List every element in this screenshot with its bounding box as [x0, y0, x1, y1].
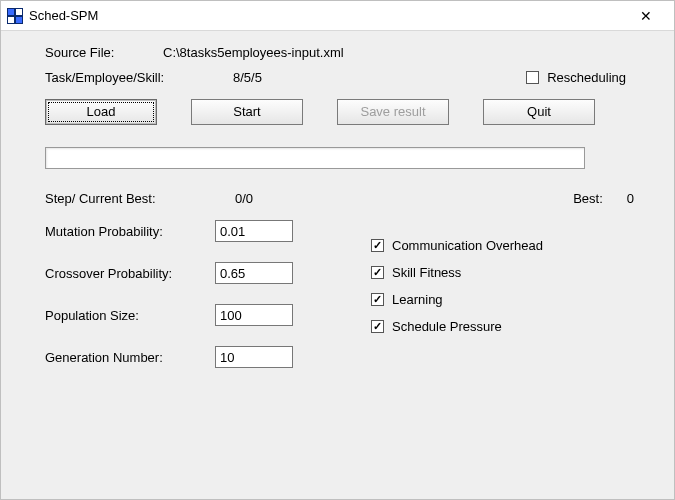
quit-button[interactable]: Quit [483, 99, 595, 125]
params-area: Mutation Probability: Crossover Probabil… [45, 220, 654, 368]
crossover-label: Crossover Probability: [45, 266, 215, 281]
schedule-pressure-checkbox[interactable] [371, 320, 384, 333]
best-label: Best: [573, 191, 603, 206]
skill-fitness-option[interactable]: Skill Fitness [371, 265, 543, 280]
tes-label: Task/Employee/Skill: [45, 70, 233, 85]
source-file-value: C:\8tasks5employees-input.xml [163, 45, 344, 60]
best-value: 0 [627, 191, 634, 206]
schedule-pressure-option[interactable]: Schedule Pressure [371, 319, 543, 334]
rescheduling-label: Rescheduling [547, 70, 626, 85]
population-row: Population Size: [45, 304, 293, 326]
app-window: Sched-SPM ✕ Source File: C:\8tasks5emplo… [0, 0, 675, 500]
load-button[interactable]: Load [45, 99, 157, 125]
comm-overhead-option[interactable]: Communication Overhead [371, 238, 543, 253]
task-employee-skill-row: Task/Employee/Skill: 8/5/5 Rescheduling [45, 70, 654, 85]
rescheduling-option[interactable]: Rescheduling [526, 70, 626, 85]
crossover-input[interactable] [215, 262, 293, 284]
learning-checkbox[interactable] [371, 293, 384, 306]
client-area: Source File: C:\8tasks5employees-input.x… [1, 31, 674, 499]
svg-rect-2 [16, 9, 22, 15]
generation-input[interactable] [215, 346, 293, 368]
svg-rect-3 [8, 17, 14, 23]
generation-label: Generation Number: [45, 350, 215, 365]
comm-overhead-checkbox[interactable] [371, 239, 384, 252]
titlebar: Sched-SPM ✕ [1, 1, 674, 31]
source-file-row: Source File: C:\8tasks5employees-input.x… [45, 45, 654, 60]
tes-value: 8/5/5 [233, 70, 373, 85]
rescheduling-checkbox[interactable] [526, 71, 539, 84]
svg-rect-4 [16, 17, 22, 23]
button-row: Load Start Save result Quit [45, 99, 654, 125]
options-column: Communication Overhead Skill Fitness Lea… [371, 238, 543, 368]
population-label: Population Size: [45, 308, 215, 323]
mutation-label: Mutation Probability: [45, 224, 215, 239]
start-button[interactable]: Start [191, 99, 303, 125]
step-value: 0/0 [235, 191, 345, 206]
mutation-input[interactable] [215, 220, 293, 242]
comm-overhead-label: Communication Overhead [392, 238, 543, 253]
app-icon [7, 8, 23, 24]
learning-label: Learning [392, 292, 443, 307]
close-button[interactable]: ✕ [626, 8, 666, 24]
skill-fitness-checkbox[interactable] [371, 266, 384, 279]
progress-bar [45, 147, 585, 169]
skill-fitness-label: Skill Fitness [392, 265, 461, 280]
population-input[interactable] [215, 304, 293, 326]
step-label: Step/ Current Best: [45, 191, 235, 206]
window-title: Sched-SPM [29, 8, 98, 23]
schedule-pressure-label: Schedule Pressure [392, 319, 502, 334]
mutation-row: Mutation Probability: [45, 220, 293, 242]
crossover-row: Crossover Probability: [45, 262, 293, 284]
save-result-button: Save result [337, 99, 449, 125]
learning-option[interactable]: Learning [371, 292, 543, 307]
generation-row: Generation Number: [45, 346, 293, 368]
svg-rect-1 [8, 9, 14, 15]
params-left: Mutation Probability: Crossover Probabil… [45, 220, 293, 368]
step-row: Step/ Current Best: 0/0 Best: 0 [45, 191, 654, 206]
source-file-label: Source File: [45, 45, 163, 60]
